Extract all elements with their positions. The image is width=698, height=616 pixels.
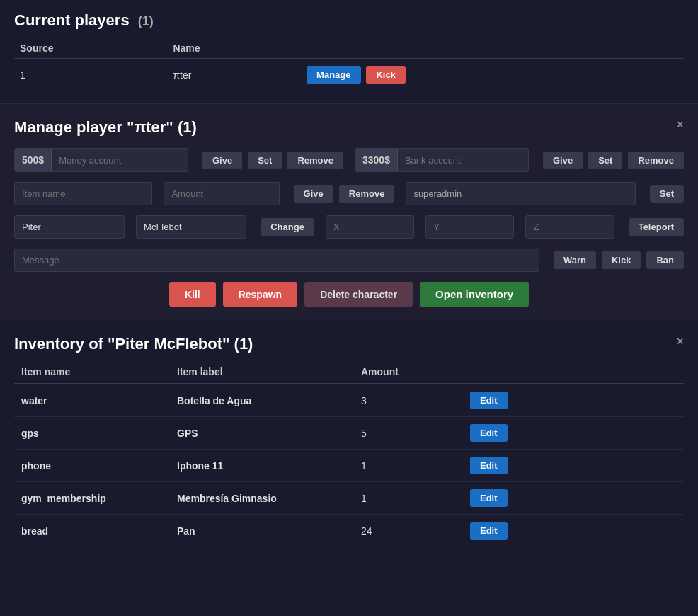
kick-button[interactable]: Kick: [602, 251, 641, 269]
inventory-close-button[interactable]: ×: [676, 335, 684, 348]
money-give-button[interactable]: Give: [202, 152, 242, 169]
inv-item-label: Membresía Gimnasio: [170, 482, 354, 515]
edit-item-button[interactable]: Edit: [470, 489, 508, 507]
inv-item-amount: 3: [354, 384, 460, 417]
money-btn-group: Give Set Remove: [200, 152, 343, 169]
inventory-title: Inventory of "Piter McFlebot" (1): [14, 335, 684, 353]
delete-character-button[interactable]: Delete character: [304, 282, 413, 307]
inv-item-name: bread: [14, 515, 170, 547]
list-item: phone Iphone 11 1 Edit: [14, 450, 684, 482]
name-teleport-row: Change Teleport: [14, 215, 684, 239]
col-source: Source: [14, 38, 167, 59]
inv-col-action: [460, 360, 684, 384]
kick-player-button[interactable]: Kick: [366, 66, 405, 84]
inv-item-edit: Edit: [460, 515, 684, 547]
inv-item-amount: 1: [354, 482, 460, 515]
superadmin-input[interactable]: [406, 183, 634, 205]
inv-col-name: Item name: [14, 360, 170, 384]
edit-item-button[interactable]: Edit: [470, 392, 508, 409]
ban-button[interactable]: Ban: [646, 251, 684, 269]
bank-set-button[interactable]: Set: [588, 152, 622, 169]
list-item: gps GPS 5 Edit: [14, 417, 684, 450]
respawn-button[interactable]: Respawn: [223, 282, 297, 307]
edit-item-button[interactable]: Edit: [470, 522, 508, 540]
superadmin-set-button[interactable]: Set: [650, 185, 684, 203]
bank-prefix: 3300$: [355, 149, 398, 171]
inv-item-edit: Edit: [460, 384, 684, 417]
edit-item-button[interactable]: Edit: [470, 457, 508, 474]
manage-player-section: × Manage player "πter" (1) 500$ Give Set…: [0, 104, 698, 321]
inv-col-amount: Amount: [354, 360, 460, 384]
item-name-input[interactable]: [15, 183, 151, 205]
inv-item-edit: Edit: [460, 482, 684, 515]
warn-button[interactable]: Warn: [554, 251, 596, 269]
amount-input[interactable]: [164, 183, 278, 205]
item-give-button[interactable]: Give: [294, 185, 333, 203]
list-item: water Botella de Agua 3 Edit: [14, 384, 684, 417]
inv-col-label: Item label: [170, 360, 354, 384]
accounts-row: 500$ Give Set Remove 3300$ Give Set Remo…: [14, 148, 684, 172]
item-remove-button[interactable]: Remove: [339, 185, 395, 203]
player-source: 1: [14, 59, 167, 91]
amount-group: [164, 182, 279, 205]
bank-account-input[interactable]: [398, 149, 528, 171]
money-account-input[interactable]: [52, 149, 188, 171]
manage-player-title: Manage player "πter" (1): [14, 118, 684, 137]
bank-account-group: 3300$: [355, 148, 529, 172]
inv-item-label: Pan: [170, 515, 354, 547]
money-account-group: 500$: [14, 148, 188, 172]
superadmin-btn-group: Set: [647, 185, 684, 203]
current-players-count: (1): [138, 14, 154, 28]
name-change-button[interactable]: Change: [261, 218, 314, 236]
z-input[interactable]: [526, 216, 613, 238]
inv-item-label: GPS: [170, 417, 354, 450]
inventory-section: × Inventory of "Piter McFlebot" (1) Item…: [0, 321, 698, 561]
superadmin-group: [406, 182, 635, 205]
inv-item-edit: Edit: [460, 417, 684, 450]
open-inventory-button[interactable]: Open inventory: [420, 282, 529, 307]
list-item: bread Pan 24 Edit: [14, 515, 684, 547]
inv-item-amount: 5: [354, 417, 460, 450]
inv-item-label: Botella de Agua: [170, 384, 354, 417]
edit-item-button[interactable]: Edit: [470, 424, 508, 442]
y-group: [425, 215, 514, 239]
item-name-group: [14, 182, 152, 205]
manage-close-button[interactable]: ×: [676, 118, 684, 131]
money-set-button[interactable]: Set: [248, 152, 282, 169]
name-btn-group: Change: [258, 218, 314, 236]
firstname-group: [14, 215, 125, 239]
x-group: [326, 215, 414, 239]
list-item: gym_membership Membresía Gimnasio 1 Edit: [14, 482, 684, 515]
y-input[interactable]: [426, 216, 513, 238]
bank-btn-group: Give Set Remove: [540, 152, 684, 169]
inv-item-label: Iphone 11: [170, 450, 354, 482]
x-input[interactable]: [326, 216, 413, 238]
item-btn-group: Give Remove: [291, 185, 395, 203]
inventory-table: Item name Item label Amount water Botell…: [14, 360, 684, 547]
message-row: Warn Kick Ban: [14, 249, 684, 272]
player-name: πter: [167, 59, 298, 91]
z-group: [525, 215, 614, 239]
teleport-btn-group: Teleport: [626, 218, 684, 236]
inv-item-edit: Edit: [460, 450, 684, 482]
message-input[interactable]: [15, 249, 539, 271]
kill-button[interactable]: Kill: [169, 282, 216, 307]
inv-item-name: gps: [14, 417, 170, 450]
player-actions: Manage Kick: [298, 59, 684, 91]
bank-remove-button[interactable]: Remove: [628, 152, 684, 169]
inv-item-name: water: [14, 384, 170, 417]
current-players-section: Current players (1) Source Name 1 πter M…: [0, 0, 698, 104]
teleport-button[interactable]: Teleport: [629, 218, 684, 236]
manage-player-button[interactable]: Manage: [307, 66, 360, 84]
message-group: [14, 249, 539, 272]
firstname-input[interactable]: [15, 216, 124, 238]
lastname-input[interactable]: [137, 216, 246, 238]
money-remove-button[interactable]: Remove: [287, 152, 343, 169]
col-name: Name: [167, 38, 298, 59]
money-prefix: 500$: [15, 149, 52, 171]
col-actions: [298, 38, 684, 59]
message-btn-group: Warn Kick Ban: [551, 251, 684, 269]
item-row: Give Remove Set: [14, 182, 684, 205]
bank-give-button[interactable]: Give: [543, 152, 583, 169]
action-buttons-row: Kill Respawn Delete character Open inven…: [14, 282, 684, 307]
